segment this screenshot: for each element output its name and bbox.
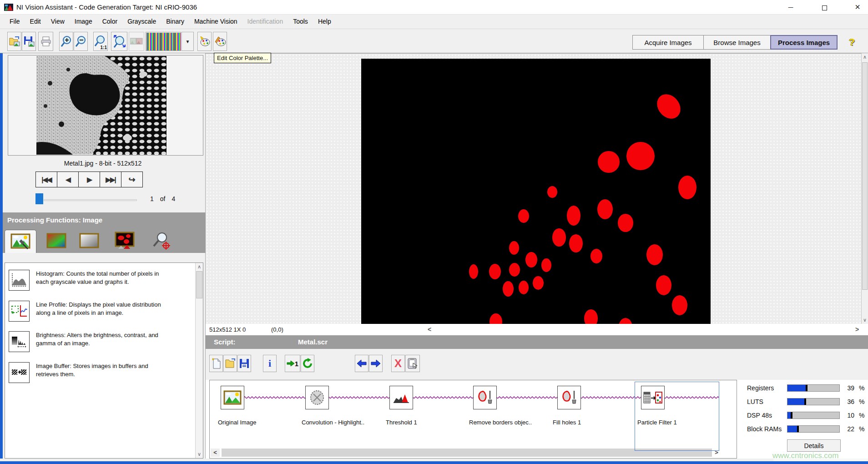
step-forward-button[interactable]: [369, 355, 383, 372]
script-label: Script:: [214, 335, 236, 349]
tab-image[interactable]: [5, 230, 36, 253]
scroll-up-icon[interactable]: ∧: [861, 53, 868, 61]
step-remove-borders[interactable]: [473, 386, 497, 409]
original-image-icon: [223, 390, 242, 405]
menu-edit[interactable]: Edit: [25, 15, 46, 29]
loop-images-button[interactable]: ↪: [121, 171, 143, 187]
zoom-1to1-button[interactable]: 1:1: [93, 32, 108, 51]
open-script-button[interactable]: [223, 355, 237, 372]
menu-image[interactable]: Image: [70, 15, 97, 29]
first-image-button[interactable]: |◀◀: [35, 171, 57, 187]
step-label[interactable]: Remove borders objec..: [469, 419, 532, 426]
step-convolution[interactable]: [305, 386, 329, 409]
particle-blob: [656, 275, 671, 295]
new-color-palette-button[interactable]: [197, 32, 212, 51]
tab-grayscale[interactable]: [79, 232, 100, 249]
menu-color[interactable]: Color: [97, 15, 122, 29]
particle-blob: [672, 295, 687, 315]
details-button[interactable]: Details: [787, 439, 841, 452]
menu-tools[interactable]: Tools: [288, 15, 313, 29]
script-steps-panel: Original Image Convolution - Highlight..…: [209, 380, 737, 459]
scroll-down-icon[interactable]: ∨: [196, 450, 203, 458]
tab-binary[interactable]: [114, 232, 135, 249]
menu-identification: Identification: [242, 15, 288, 29]
maximize-button[interactable]: [814, 0, 835, 14]
previous-image-button[interactable]: ◀: [57, 171, 79, 187]
browse-images-button[interactable]: Browse Images: [703, 35, 771, 50]
open-image-button[interactable]: [7, 32, 21, 51]
particle-blob: [552, 228, 566, 247]
menu-binary[interactable]: Binary: [161, 15, 189, 29]
performance-meter-button[interactable]: [405, 355, 420, 372]
save-script-button[interactable]: [237, 355, 251, 372]
close-button[interactable]: ×: [847, 0, 868, 14]
menu-help[interactable]: Help: [313, 15, 336, 29]
step-label[interactable]: Particle Filter 1: [637, 419, 677, 426]
image-index: 1: [150, 195, 154, 202]
open-script-folder-icon: [225, 358, 236, 368]
run-once-label: 1: [295, 360, 298, 368]
last-image-button[interactable]: ▶▶|: [100, 171, 121, 187]
delete-step-button[interactable]: X: [391, 355, 405, 372]
processed-image[interactable]: [361, 59, 711, 324]
run-script-button[interactable]: [301, 355, 314, 372]
process-images-button[interactable]: Process Images: [770, 35, 838, 50]
scroll-right-icon[interactable]: >: [855, 326, 859, 333]
viewport-vertical-scrollbar[interactable]: ∧ ∨: [861, 53, 868, 324]
new-script-button[interactable]: [209, 355, 223, 372]
scroll-left-icon[interactable]: <: [211, 449, 220, 457]
save-image-button[interactable]: [22, 32, 36, 51]
function-image-buffer[interactable]: Image Buffer: Stores images in buffers a…: [9, 362, 191, 383]
menu-file[interactable]: File: [5, 15, 25, 29]
step-label[interactable]: Threshold 1: [386, 419, 417, 426]
minimize-button[interactable]: ─: [780, 0, 801, 14]
palette-dropdown-button[interactable]: ▼: [182, 32, 194, 51]
next-image-button[interactable]: ▶: [78, 171, 100, 187]
tab-machine-vision[interactable]: [151, 232, 172, 249]
menu-view[interactable]: View: [46, 15, 70, 29]
step-label[interactable]: Convolution - Highlight..: [302, 419, 364, 426]
zoom-out-icon: [75, 35, 87, 47]
print-button[interactable]: [38, 32, 53, 51]
zoom-out-button[interactable]: [74, 32, 88, 51]
particle-blob: [541, 258, 551, 272]
image-slider-handle[interactable]: [35, 193, 43, 204]
step-info-button[interactable]: i: [263, 355, 277, 372]
tab-color[interactable]: [46, 232, 67, 249]
menu-grayscale[interactable]: Grayscale: [122, 15, 161, 29]
scroll-down-icon[interactable]: ∨: [861, 316, 868, 324]
run-once-button[interactable]: 1: [285, 355, 300, 372]
image-caption: Metal1.jpg - 8-bit - 512x512: [3, 160, 203, 167]
scroll-left-icon[interactable]: <: [428, 326, 431, 333]
image-slider-track[interactable]: [44, 199, 137, 201]
menu-machine-vision[interactable]: Machine Vision: [189, 15, 242, 29]
compare-images-icon: [130, 37, 143, 45]
image-viewport: [206, 53, 861, 324]
function-line-profile[interactable]: Line Profile: Displays the pixel value d…: [9, 301, 191, 322]
acquire-images-button[interactable]: Acquire Images: [632, 35, 704, 50]
step-label[interactable]: Fill holes 1: [553, 419, 581, 426]
tooltip-edit-color-palette: Edit Color Palette...: [214, 53, 271, 63]
function-brightness[interactable]: Brightness: Alters the brightness, contr…: [9, 331, 191, 352]
window-bottom-border: [0, 461, 868, 464]
luts-usage-bar: [787, 398, 840, 405]
functions-list-scrollbar[interactable]: ∧ ∨: [195, 263, 203, 458]
scrollbar-thumb[interactable]: [196, 271, 202, 298]
zoom-fit-button[interactable]: [111, 32, 127, 51]
particle-blob: [509, 263, 520, 277]
scrollbar-thumb[interactable]: [862, 62, 868, 290]
help-button[interactable]: ?: [849, 36, 855, 48]
metal-thumbnail-image[interactable]: [36, 56, 167, 155]
function-histogram[interactable]: Histogram: Counts the total number of pi…: [9, 270, 191, 291]
edit-color-palette-button[interactable]: [213, 32, 227, 51]
step-particle-filter[interactable]: [641, 386, 665, 409]
step-threshold[interactable]: [389, 386, 413, 409]
step-fill-holes[interactable]: [557, 386, 581, 409]
scroll-up-icon[interactable]: ∧: [196, 263, 203, 271]
script-filename: Metal.scr: [298, 335, 328, 349]
step-label[interactable]: Original Image: [218, 419, 257, 426]
step-original-image[interactable]: [221, 386, 244, 409]
percent-unit: %: [859, 384, 864, 392]
step-back-button[interactable]: [355, 355, 368, 372]
zoom-in-button[interactable]: [59, 32, 73, 51]
